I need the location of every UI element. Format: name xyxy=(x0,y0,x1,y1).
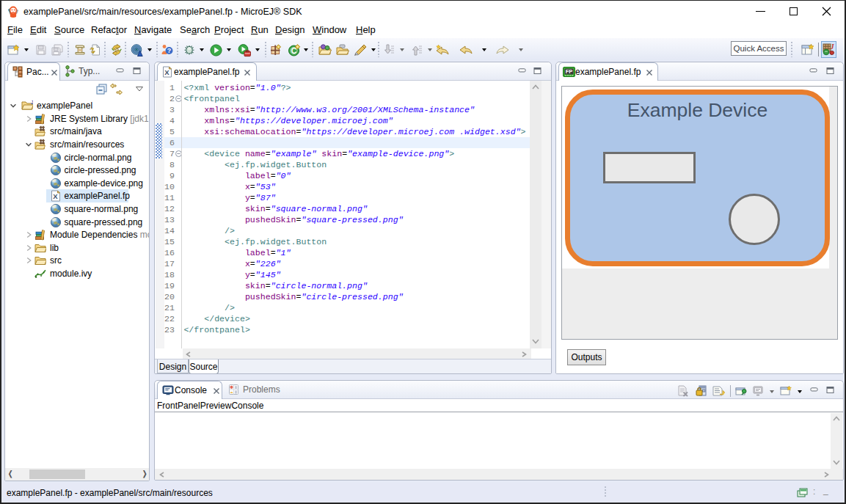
svg-text:J: J xyxy=(830,43,834,51)
svg-text:?: ? xyxy=(167,47,172,54)
svg-text:FP: FP xyxy=(566,68,573,75)
